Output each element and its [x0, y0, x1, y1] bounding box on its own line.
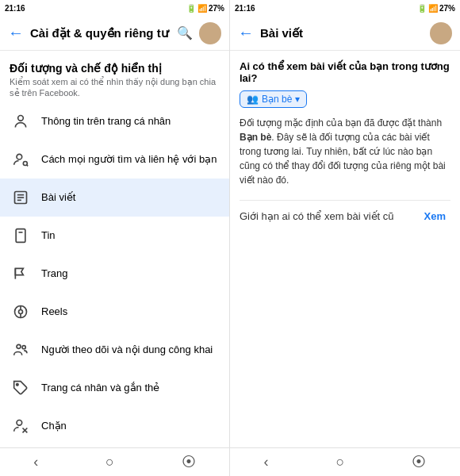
- person-search-icon: [10, 148, 32, 171]
- home-nav-left[interactable]: ○: [90, 451, 130, 474]
- status-bar-right: 21:16 🔋 📶 27%: [230, 0, 460, 16]
- left-header: ← Cài đặt & quyền riêng tư 🔍: [0, 16, 229, 51]
- tag-icon: [10, 377, 32, 399]
- desc-part1: Đối tượng mặc định của bạn đã được đặt t…: [240, 117, 442, 129]
- flag-icon: [10, 263, 32, 285]
- menu-item-profile-info[interactable]: Thông tin trên trang cá nhân: [0, 102, 229, 140]
- limit-row: Giới hạn ai có thể xem bài viết cũ Xem: [240, 200, 450, 232]
- reels-icon: [10, 301, 32, 323]
- menu-content: Đối tượng và chế độ hiển thị Kiểm soát x…: [0, 51, 229, 447]
- audience-description: Đối tượng mặc định của bạn đã được đặt t…: [240, 116, 450, 187]
- time-right: 21:16: [235, 4, 255, 13]
- status-icons-right: 🔋 📶 27%: [417, 4, 455, 13]
- back-button-left[interactable]: ←: [8, 24, 24, 42]
- right-content: Ai có thể xem bài viết của bạn trong tươ…: [230, 51, 460, 447]
- battery-icon-left: 🔋: [186, 4, 196, 13]
- menu-nav-right[interactable]: ⦿: [396, 451, 442, 474]
- wifi-icon-left: 📶: [197, 4, 207, 13]
- desc-bold: Bạn bè: [240, 132, 271, 143]
- menu-label-stories: Tin: [41, 229, 220, 241]
- avatar-right[interactable]: [430, 22, 452, 44]
- limit-text: Giới hạn ai có thể xem bài viết cũ: [240, 210, 420, 222]
- dropdown-arrow-icon: ▾: [295, 94, 300, 105]
- section-subtitle: Kiểm soát xem ai có thể nhìn thấy nội du…: [10, 76, 220, 99]
- red-arrow: [230, 209, 232, 225]
- battery-icon-right: 🔋: [417, 4, 427, 13]
- menu-item-followers[interactable]: Người theo dõi và nội dung công khai: [0, 331, 229, 369]
- back-nav-right[interactable]: ‹: [248, 451, 285, 474]
- svg-point-15: [17, 344, 21, 348]
- right-header: ← Bài viết: [230, 16, 460, 51]
- svg-point-17: [17, 383, 19, 386]
- search-icon[interactable]: 🔍: [177, 25, 193, 40]
- menu-item-posts[interactable]: Bài viết: [0, 178, 229, 217]
- svg-rect-8: [16, 228, 25, 242]
- status-bar-left: 21:16 🔋 📶 27%: [0, 0, 229, 16]
- menu-label-posts: Bài viết: [41, 191, 220, 203]
- back-button-right[interactable]: ←: [238, 24, 254, 42]
- person-icon: [10, 110, 32, 132]
- menu-label-find-contact: Cách mọi người tìm và liên hệ với bạn: [41, 153, 220, 165]
- left-header-icons: 🔍: [177, 22, 221, 44]
- time-left: 21:16: [5, 4, 25, 13]
- menu-nav-left[interactable]: ⦿: [166, 451, 212, 474]
- status-icons-left: 🔋 📶 27%: [186, 4, 224, 13]
- signal-text-left: 27%: [209, 4, 224, 13]
- left-panel: 21:16 🔋 📶 27% ← Cài đặt & quyền riêng tư…: [0, 0, 230, 476]
- bottom-nav-right: ‹ ○ ⦿: [230, 447, 460, 476]
- wifi-icon-right: 📶: [428, 4, 438, 13]
- menu-label-reels: Reels: [41, 305, 220, 317]
- block-icon: [10, 415, 32, 437]
- section-title: Đối tượng và chế độ hiển thị: [10, 62, 220, 75]
- menu-item-reels[interactable]: Reels: [0, 293, 229, 331]
- svg-point-0: [18, 115, 24, 121]
- back-nav-left[interactable]: ‹: [17, 451, 54, 474]
- svg-point-12: [19, 309, 23, 313]
- audience-question: Ai có thể xem bài viết của bạn trong tươ…: [240, 60, 450, 84]
- menu-item-find-contact[interactable]: Cách mọi người tìm và liên hệ với bạn: [0, 140, 229, 178]
- svg-point-18: [17, 420, 22, 425]
- menu-label-block: Chặn: [41, 420, 220, 432]
- menu-label-pages: Trang: [41, 267, 220, 279]
- friends-badge[interactable]: 👥 Bạn bè ▾: [240, 90, 307, 108]
- friends-badge-label: Bạn bè: [262, 94, 292, 105]
- home-nav-right[interactable]: ○: [320, 451, 361, 474]
- right-panel-title: Bài viết: [260, 26, 430, 40]
- svg-point-2: [23, 161, 27, 165]
- menu-label-profile-tags: Trang cá nhân và gắn thẻ: [41, 382, 220, 393]
- view-button[interactable]: Xem: [420, 207, 450, 225]
- menu-item-stories[interactable]: Tin: [0, 217, 229, 255]
- bottom-nav-left: ‹ ○ ⦿: [0, 447, 229, 476]
- friends-icon: 👥: [247, 94, 259, 105]
- menu-item-block[interactable]: Chặn: [0, 407, 229, 445]
- signal-text-right: 27%: [439, 4, 455, 13]
- svg-point-1: [17, 154, 22, 159]
- svg-point-16: [22, 345, 25, 348]
- left-panel-title: Cài đặt & quyền riêng tư: [30, 26, 177, 40]
- avatar[interactable]: [199, 22, 221, 44]
- post-icon: [10, 186, 32, 209]
- svg-line-3: [27, 165, 28, 166]
- story-icon: [10, 225, 32, 247]
- menu-item-profile-tags[interactable]: Trang cá nhân và gắn thẻ: [0, 369, 229, 407]
- section-header: Đối tượng và chế độ hiển thị Kiểm soát x…: [0, 51, 229, 102]
- menu-item-pages[interactable]: Trang: [0, 255, 229, 293]
- menu-label-followers: Người theo dõi và nội dung công khai: [41, 344, 220, 355]
- right-panel: 21:16 🔋 📶 27% ← Bài viết Ai có thể xem b…: [230, 0, 460, 476]
- followers-icon: [10, 339, 32, 361]
- menu-label-profile-info: Thông tin trên trang cá nhân: [41, 115, 220, 127]
